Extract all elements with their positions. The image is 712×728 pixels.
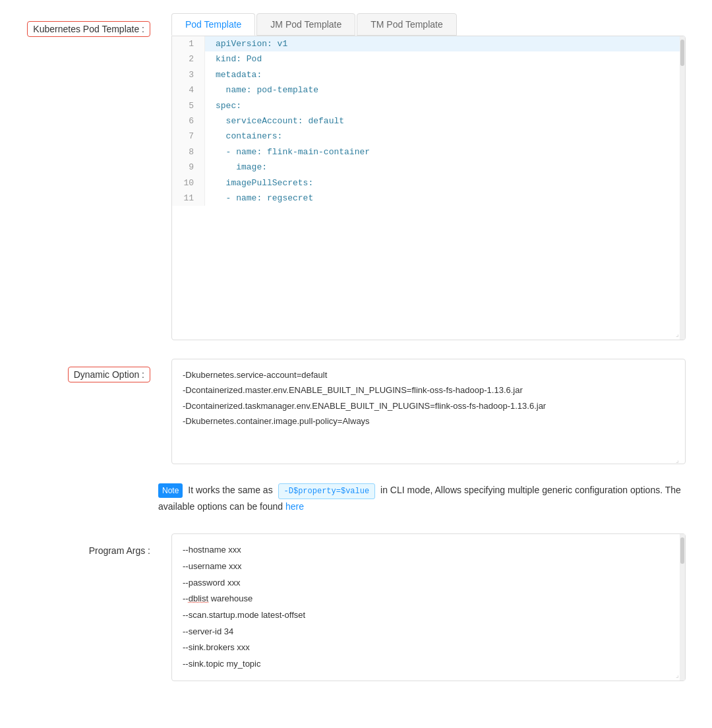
scrollbar-track[interactable]	[680, 36, 685, 340]
kubernetes-pod-template-section: Kubernetes Pod Template : Pod Template J…	[26, 13, 686, 340]
program-args-resize[interactable]: ⌟	[676, 671, 684, 679]
note-code-inline: -D$property=$value	[278, 483, 376, 499]
code-line: 3metadata:	[172, 67, 685, 82]
dynamic-option-lines: -Dkubernetes.service-account=default-Dco…	[183, 367, 674, 429]
line-content: apiVersion: v1	[205, 36, 287, 51]
program-args-scrollbar-thumb[interactable]	[680, 537, 684, 564]
line-number: 10	[172, 175, 205, 191]
line-number: 7	[172, 129, 205, 144]
line-number: 6	[172, 113, 205, 129]
line-content: containers:	[205, 129, 282, 144]
scrollbar-thumb[interactable]	[680, 40, 684, 66]
line-number: 5	[172, 98, 205, 113]
line-content: spec:	[205, 98, 241, 113]
line-content: serviceAccount: default	[205, 113, 344, 129]
program-args-label: Program Args :	[29, 540, 161, 556]
line-content: metadata:	[205, 67, 262, 82]
line-number: 4	[172, 82, 205, 98]
dynamic-option-line: -Dcontainerized.master.env.ENABLE_BUILT_…	[183, 382, 674, 398]
pod-template-tabs-and-editor: Pod Template JM Pod Template TM Pod Temp…	[171, 13, 686, 340]
line-number: 3	[172, 67, 205, 82]
dynamic-option-line: -Dcontainerized.taskmanager.env.ENABLE_B…	[183, 398, 674, 413]
program-arg-line: --password xxx	[183, 575, 674, 592]
dynamic-option-textarea[interactable]: -Dkubernetes.service-account=default-Dco…	[171, 359, 686, 464]
program-arg-line: --dblist warehouse	[183, 591, 674, 607]
code-line: 7 containers:	[172, 129, 685, 144]
line-content: imagePullSecrets:	[205, 175, 313, 191]
tab-jm-pod-template[interactable]: JM Pod Template	[256, 13, 355, 36]
line-content: name: pod-template	[205, 82, 318, 98]
code-line: 10 imagePullSecrets:	[172, 175, 685, 191]
program-arg-line: --username xxx	[183, 559, 674, 575]
program-arg-line: --sink.brokers xxx	[183, 640, 674, 656]
code-editor[interactable]: 1apiVersion: v12kind: Pod3metadata:4 nam…	[171, 36, 686, 340]
code-line: 8 - name: flink-main-container	[172, 144, 685, 160]
line-number: 2	[172, 51, 205, 67]
dynamic-option-resize[interactable]: ⌟	[676, 454, 684, 462]
code-line: 2kind: Pod	[172, 51, 685, 67]
line-content: - name: regsecret	[205, 191, 313, 206]
dynamic-option-label: Dynamic Option :	[68, 367, 150, 382]
line-number: 9	[172, 160, 205, 175]
code-line: 4 name: pod-template	[172, 82, 685, 98]
program-arg-line: --server-id 34	[183, 624, 674, 640]
code-line: 5spec:	[172, 98, 685, 113]
note-text-before: It works the same as	[188, 485, 272, 495]
underline-dblist: dblist	[189, 593, 208, 603]
dynamic-option-line: -Dkubernetes.service-account=default	[183, 367, 674, 382]
line-content: image:	[205, 160, 267, 175]
dynamic-option-section: Dynamic Option : -Dkubernetes.service-ac…	[26, 359, 686, 464]
program-args-scrollbar-track[interactable]	[680, 534, 685, 681]
kubernetes-pod-template-label: Kubernetes Pod Template :	[27, 21, 150, 37]
line-number: 8	[172, 144, 205, 160]
tab-tm-pod-template[interactable]: TM Pod Template	[357, 13, 456, 36]
program-args-lines: --hostname xxx--username xxx--password x…	[172, 534, 685, 681]
note-link[interactable]: here	[285, 501, 304, 512]
note-badge: Note	[158, 483, 183, 498]
line-content: kind: Pod	[205, 51, 262, 67]
program-args-section: Program Args : --hostname xxx--username …	[26, 533, 686, 681]
program-arg-line: --sink.topic my_topic	[183, 656, 674, 673]
program-arg-line: --scan.startup.mode latest-offset	[183, 607, 674, 624]
program-args-content-wrapper: --hostname xxx--username xxx--password x…	[171, 533, 686, 681]
line-number: 1	[172, 36, 205, 51]
line-content: - name: flink-main-container	[205, 144, 370, 160]
program-args-textarea[interactable]: --hostname xxx--username xxx--password x…	[171, 533, 686, 681]
code-line: 1apiVersion: v1	[172, 36, 685, 51]
dynamic-option-content: -Dkubernetes.service-account=default-Dco…	[171, 359, 686, 464]
code-line: 6 serviceAccount: default	[172, 113, 685, 129]
dynamic-option-line: -Dkubernetes.container.image.pull-policy…	[183, 413, 674, 429]
pod-template-tabs: Pod Template JM Pod Template TM Pod Temp…	[171, 13, 686, 36]
note-section: Note It works the same as -D$property=$v…	[26, 483, 686, 515]
code-line: 11 - name: regsecret	[172, 191, 685, 206]
code-line: 9 image:	[172, 160, 685, 175]
tab-pod-template[interactable]: Pod Template	[171, 13, 255, 36]
resize-handle[interactable]: ⌟	[676, 330, 684, 338]
program-arg-line: --hostname xxx	[183, 542, 674, 559]
line-number: 11	[172, 191, 205, 206]
code-lines: 1apiVersion: v12kind: Pod3metadata:4 nam…	[172, 36, 685, 340]
